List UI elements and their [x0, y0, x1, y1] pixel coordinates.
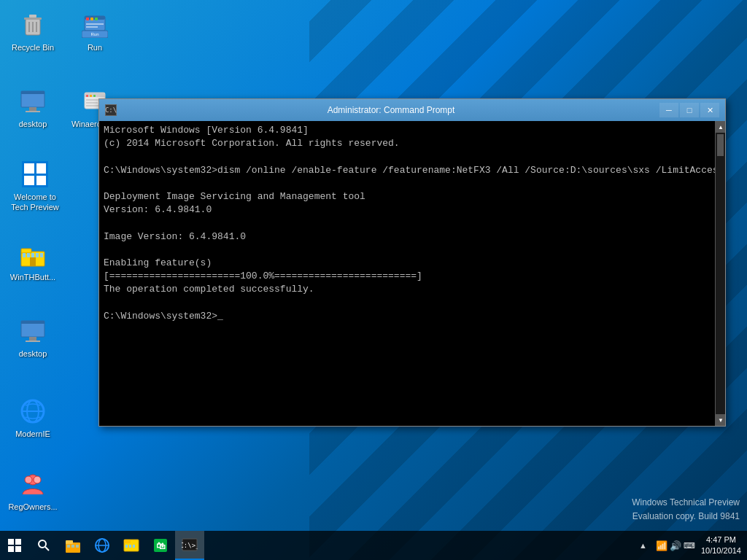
desktop2-icon[interactable]: desktop [4, 314, 62, 362]
svg-rect-56 [124, 540, 131, 543]
modernie-icon[interactable]: ModernIE [4, 394, 62, 442]
modernie-label: ModernIE [15, 429, 50, 439]
svg-rect-22 [90, 95, 92, 97]
recycle-bin-label: Recycle Bin [12, 42, 54, 52]
svg-rect-11 [86, 23, 104, 25]
cmd-taskbar-icon: C:\>_ [182, 537, 198, 553]
svg-rect-16 [21, 91, 44, 94]
desktop1-label: desktop [19, 119, 47, 129]
svg-rect-29 [23, 253, 26, 257]
minimize-button[interactable]: ─ [659, 103, 678, 117]
desktop2-image [18, 316, 47, 346]
svg-rect-9 [90, 18, 93, 20]
clock-area[interactable]: 4:47 PM 10/10/2014 [701, 534, 741, 557]
svg-line-46 [45, 547, 49, 551]
svg-rect-18 [26, 111, 40, 112]
svg-point-45 [39, 540, 46, 548]
svg-rect-32 [36, 253, 39, 257]
svg-rect-58 [129, 545, 131, 548]
svg-rect-59 [133, 545, 135, 548]
file-explorer-icon [65, 537, 81, 553]
watermark-line2: Evaluation copy. Build 9841 [632, 510, 740, 524]
cmd-window: C:\ Administrator: Command Prompt ─ □ ✕ … [98, 98, 726, 427]
cmd-taskbar-button[interactable]: C:\>_ [175, 531, 204, 560]
svg-point-44 [34, 476, 41, 483]
ie-taskbar-button[interactable] [88, 531, 117, 560]
svg-rect-33 [40, 253, 43, 257]
svg-rect-34 [30, 257, 36, 266]
svg-rect-48 [66, 540, 73, 544]
battery-icon: ⌨ [684, 541, 695, 551]
welcome-image [20, 160, 50, 189]
windows-logo-icon [8, 539, 21, 552]
desktop1-icon[interactable]: desktop [4, 84, 62, 132]
svg-rect-36 [21, 321, 44, 324]
svg-rect-28 [21, 249, 31, 253]
svg-rect-37 [29, 337, 36, 341]
svg-rect-12 [86, 26, 98, 28]
cmd-window-controls: ─ □ ✕ [659, 103, 719, 117]
svg-rect-17 [29, 107, 36, 111]
watermark: Windows Technical Preview Evaluation cop… [632, 496, 740, 524]
search-icon [38, 540, 50, 551]
scroll-down-btn[interactable]: ▼ [716, 414, 725, 426]
network-icon: 📶 [656, 540, 667, 551]
watermark-line1: Windows Technical Preview [632, 496, 740, 510]
search-button[interactable] [29, 531, 58, 560]
regowners-icon[interactable]: RegOwners... [4, 467, 62, 515]
scroll-up-btn[interactable]: ▲ [716, 121, 725, 133]
cmd-window-title: Administrator: Command Prompt [123, 105, 659, 115]
maximize-button[interactable]: □ [680, 103, 699, 117]
cmd-content-wrapper: Microsoft Windows [Version 6.4.9841] (c)… [99, 121, 725, 426]
regowners-label: RegOwners... [8, 502, 57, 512]
welcome-label: Welcome toTech Preview [11, 192, 58, 213]
cmd-window-icon: C:\ [105, 104, 117, 116]
svg-text:🛍: 🛍 [156, 540, 166, 551]
svg-rect-31 [31, 253, 34, 257]
svg-text:Run: Run [90, 32, 98, 36]
ie-taskbar-icon [94, 537, 110, 553]
winthbutt-image [18, 240, 47, 269]
svg-rect-21 [86, 95, 88, 97]
svg-rect-49 [67, 545, 70, 548]
notification-area[interactable]: ▲ [636, 541, 650, 550]
desktop2-label: desktop [19, 349, 47, 359]
svg-rect-2 [29, 15, 36, 18]
store-taskbar-icon: 🛍 [152, 537, 169, 553]
cmd-titlebar[interactable]: C:\ Administrator: Command Prompt ─ □ ✕ [99, 99, 725, 121]
fm-taskbar-button[interactable] [117, 531, 146, 560]
tray-icons: 📶 🔊 ⌨ [653, 540, 698, 551]
desktop: Recycle Bin Run Run [0, 0, 747, 560]
file-explorer-taskbar-button[interactable] [58, 531, 88, 560]
recycle-bin-icon[interactable]: Recycle Bin [4, 7, 62, 55]
fm-taskbar-icon [123, 537, 139, 553]
scrollbar-track [716, 133, 725, 414]
winthbutt-icon[interactable]: WinTHButt... [4, 237, 62, 285]
svg-rect-50 [71, 545, 74, 548]
modernie-image [18, 397, 47, 426]
speaker-icon: 🔊 [670, 540, 681, 551]
run-icon[interactable]: Run Run [66, 7, 124, 55]
clock-date: 10/10/2014 [701, 545, 741, 556]
cmd-content[interactable]: Microsoft Windows [Version 6.4.9841] (c)… [99, 121, 715, 426]
cmd-scrollbar[interactable]: ▲ ▼ [715, 121, 725, 426]
start-button[interactable] [0, 531, 29, 560]
run-label: Run [88, 42, 102, 52]
svg-rect-23 [93, 95, 96, 97]
svg-text:C:\>_: C:\>_ [182, 542, 198, 549]
desktop1-image [18, 87, 47, 116]
recycle-bin-image [18, 10, 47, 39]
svg-rect-51 [76, 545, 79, 548]
svg-rect-10 [95, 18, 98, 20]
winthbutt-label: WinTHButt... [10, 272, 55, 282]
scrollbar-thumb[interactable] [717, 134, 724, 156]
welcome-icon[interactable]: Welcome toTech Preview [4, 157, 66, 216]
svg-rect-57 [125, 545, 128, 548]
svg-rect-1 [24, 18, 42, 20]
svg-rect-25 [86, 102, 98, 104]
close-button[interactable]: ✕ [700, 103, 719, 117]
svg-rect-30 [27, 253, 30, 257]
store-taskbar-button[interactable]: 🛍 [146, 531, 175, 560]
clock-time: 4:47 PM [706, 534, 736, 545]
notification-chevron: ▲ [639, 541, 647, 550]
